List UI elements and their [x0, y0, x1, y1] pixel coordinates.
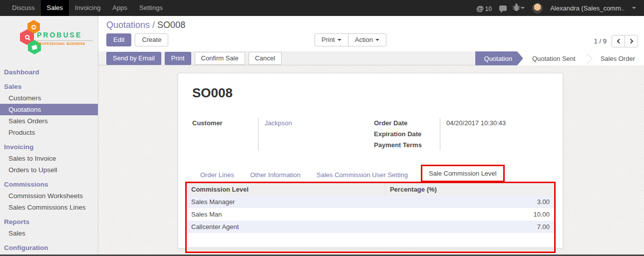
pager-previous-button[interactable]	[612, 35, 625, 47]
sidebar-item-commissions[interactable]: Commissions	[0, 178, 98, 190]
sidebar-item-configuration[interactable]: Configuration	[0, 242, 98, 254]
breadcrumb-quotations-link[interactable]: Quotations	[106, 20, 150, 30]
menu-discuss[interactable]: Discuss	[6, 0, 41, 16]
cancel-button[interactable]: Cancel	[249, 52, 282, 65]
sidebar-menu: Dashboard Sales Customers Quotations Sal…	[0, 66, 98, 256]
sidebar-item-customers[interactable]: Customers	[0, 92, 98, 104]
sidebar-item-orders-to-upsell[interactable]: Orders to Upsell	[0, 164, 98, 176]
breadcrumb-separator: /	[152, 20, 155, 30]
action-dropdowns: Print Action	[315, 33, 386, 46]
user-menu[interactable]: Alexandra (Sales_comm..	[550, 4, 625, 12]
menu-invoicing[interactable]: Invoicing	[69, 0, 106, 16]
at-icon: @	[476, 4, 484, 12]
field-column-left: Customer Jackpson	[192, 118, 374, 151]
sidebar-item-settings[interactable]: Settings	[0, 254, 98, 256]
table-empty-space	[187, 233, 554, 247]
column-header-commission-level[interactable]: Commission Level	[187, 183, 385, 196]
field-column-right: Order Date Expiration Date Payment Terms…	[374, 118, 556, 151]
breadcrumb: Quotations / SO008	[106, 20, 185, 30]
menu-settings[interactable]: Settings	[133, 0, 169, 16]
step-separator-icon	[585, 51, 592, 65]
percentage-cell: 7.00	[385, 221, 554, 233]
chevron-down-icon	[632, 7, 636, 9]
record-pager: 1 / 9	[594, 35, 638, 47]
table-row[interactable]: Sales Man 10.00	[187, 208, 554, 221]
sidebar-item-sales-to-invoice[interactable]: Sales to Invoice	[0, 153, 98, 164]
mentions-counter[interactable]: @ 10	[476, 4, 492, 12]
print-dropdown-label: Print	[322, 36, 335, 44]
commission-level-table: Commission Level Percentage (%) Sales Ma…	[187, 183, 554, 233]
percentage-cell: 3.00	[385, 196, 554, 208]
company-logo: PROBUSE PROFESSIONAL BUSINESS	[0, 19, 98, 58]
sidebar-item-sales-commissions-lines[interactable]: Sales Commissions Lines	[0, 202, 98, 213]
logo-divider	[37, 40, 93, 41]
record-buttons: Edit Create	[106, 33, 168, 46]
sidebar-item-invoicing[interactable]: Invoicing	[0, 141, 98, 153]
order-date-label: Order Date	[374, 118, 440, 129]
sidebar-item-sales-orders[interactable]: Sales Orders	[0, 115, 98, 127]
payment-terms-value	[440, 140, 530, 151]
confirm-sale-button[interactable]: Confirm Sale	[195, 52, 245, 65]
red-annotation-tab-box: Sale Commission Level	[421, 165, 505, 182]
mention-count: 10	[485, 5, 492, 12]
debug-menu[interactable]	[514, 5, 525, 11]
pager-next-button[interactable]	[625, 35, 638, 47]
commission-level-cell: Callcenter Agent	[187, 221, 385, 233]
menu-apps[interactable]: Apps	[106, 0, 133, 16]
tab-sale-commission-level[interactable]: Sale Commission Level	[422, 166, 503, 181]
commission-level-cell: Sales Manager	[187, 196, 385, 208]
edit-button[interactable]: Edit	[106, 33, 131, 46]
sidebar-item-products[interactable]: Products	[0, 127, 98, 138]
statusbar: Send by Email Print Confirm Sale Cancel …	[98, 51, 644, 65]
print-button[interactable]: Print	[165, 52, 191, 65]
pager-value: 1 / 9	[594, 37, 607, 45]
logo-text: PROBUSE PROFESSIONAL BUSINESS	[37, 31, 93, 45]
sidebar-item-commission-worksheets[interactable]: Commission Worksheets	[0, 190, 98, 202]
sidebar-item-dashboard[interactable]: Dashboard	[0, 66, 98, 78]
expiration-date-value	[440, 129, 530, 140]
commission-level-cell: Sales Man	[187, 208, 385, 221]
print-dropdown[interactable]: Print	[315, 33, 348, 46]
chevron-down-icon	[521, 7, 525, 9]
sidebar-item-reports-sales[interactable]: Sales	[0, 228, 98, 239]
breadcrumb-current: SO008	[157, 20, 185, 30]
chevron-left-icon	[617, 39, 622, 44]
create-button[interactable]: Create	[135, 33, 168, 46]
notebook-tabs: Order Lines Other Information Sales Comm…	[185, 165, 556, 182]
customer-label: Customer	[192, 118, 258, 129]
chevron-right-icon	[628, 39, 633, 44]
field-labels: Customer	[192, 118, 258, 151]
status-pipeline: Quotation Quotation Sent Sales Order	[475, 51, 644, 65]
tab-order-lines[interactable]: Order Lines	[192, 168, 242, 182]
tab-other-information[interactable]: Other Information	[242, 168, 309, 182]
table-row[interactable]: Callcenter Agent 7.00	[187, 221, 554, 233]
pager-buttons	[612, 35, 638, 47]
bug-icon	[514, 5, 519, 11]
user-avatar[interactable]	[532, 3, 543, 13]
sidebar-item-quotations[interactable]: Quotations	[0, 104, 98, 115]
column-header-percentage[interactable]: Percentage (%)	[385, 183, 554, 196]
messages-icon[interactable]	[499, 5, 507, 11]
table-row[interactable]: Sales Manager 3.00	[187, 196, 554, 208]
sidebar-item-sales[interactable]: Sales	[0, 80, 98, 92]
statusbar-buttons: Send by Email Print Confirm Sale Cancel	[106, 52, 282, 65]
field-values: Jackpson	[258, 118, 348, 151]
send-by-email-button[interactable]: Send by Email	[106, 52, 161, 65]
menu-sales[interactable]: Sales	[41, 0, 69, 16]
field-group: Customer Jackpson Order Date Expiration …	[185, 118, 556, 151]
sidebar: PROBUSE PROFESSIONAL BUSINESS Dashboard …	[0, 16, 98, 255]
page-title: SO008	[185, 85, 556, 101]
action-dropdown[interactable]: Action	[348, 33, 386, 46]
navbar-systray: @ 10 Alexandra (Sales_comm..	[476, 0, 644, 16]
status-step-sales-order[interactable]: Sales Order	[592, 51, 644, 65]
top-navbar: Discuss Sales Invoicing Apps Settings @ …	[0, 0, 644, 16]
status-step-quotation[interactable]: Quotation	[475, 51, 523, 65]
sidebar-item-reports[interactable]: Reports	[0, 216, 98, 228]
field-labels: Order Date Expiration Date Payment Terms	[374, 118, 440, 151]
status-step-quotation-sent[interactable]: Quotation Sent	[523, 51, 585, 65]
action-dropdown-label: Action	[355, 36, 373, 44]
logo-title: PROBUSE	[37, 31, 93, 39]
customer-value-link[interactable]: Jackpson	[259, 118, 348, 129]
tab-sales-commission-user-setting[interactable]: Sales Commission User Setting	[309, 168, 416, 182]
content-area: SO008 Customer Jackpson Order Date Expir…	[98, 65, 644, 255]
